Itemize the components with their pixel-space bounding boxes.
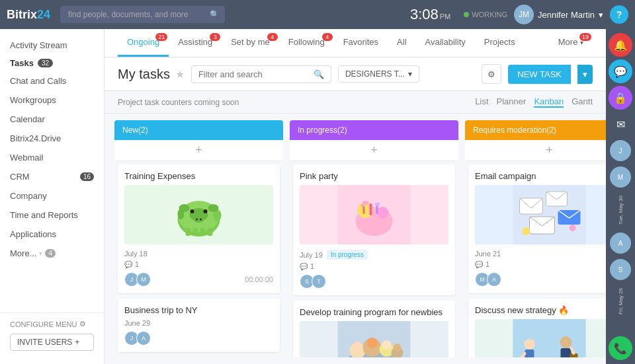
user-avatar-2[interactable]: M xyxy=(609,165,632,189)
email-icon[interactable]: ✉ xyxy=(609,112,632,136)
avatar: A xyxy=(487,272,501,287)
tab-set-by-me[interactable]: Set by me 4 xyxy=(222,29,279,57)
layout: Activity Stream Tasks 32 Chat and Calls … xyxy=(0,29,635,364)
col-header-requires: Requires moderation(2) xyxy=(465,120,606,140)
svg-point-19 xyxy=(377,207,389,219)
sidebar-item-activity[interactable]: Activity Stream xyxy=(0,36,104,55)
card-image-party xyxy=(300,185,448,244)
favorite-star[interactable]: ★ xyxy=(175,68,185,81)
svg-rect-11 xyxy=(208,228,213,236)
new-task-dropdown[interactable]: ▾ xyxy=(577,65,593,84)
settings-button[interactable]: ⚙ xyxy=(482,64,501,84)
sidebar-item-crm[interactable]: CRM 16 xyxy=(0,167,104,186)
help-button[interactable]: ? xyxy=(610,5,628,24)
card-image-pig xyxy=(124,185,273,244)
search-input[interactable] xyxy=(60,6,225,23)
lock-icon[interactable]: 🔒 xyxy=(609,86,632,110)
sidebar-item-calendar[interactable]: Calendar xyxy=(0,110,104,129)
tab-all[interactable]: All xyxy=(388,29,415,57)
svg-rect-8 xyxy=(186,228,191,236)
tab-following[interactable]: Following 4 xyxy=(279,29,334,57)
add-card-in-progress[interactable]: + xyxy=(290,140,458,161)
sidebar-item-workgroups[interactable]: Workgroups xyxy=(0,91,104,110)
col-header-new: New(2) xyxy=(114,120,283,140)
view-list[interactable]: List xyxy=(475,96,488,108)
tabs-bar: Ongoing 21 Assisting 3 Set by me 4 Follo… xyxy=(105,29,606,57)
tab-favorites[interactable]: Favorites xyxy=(334,29,388,57)
avatar: A xyxy=(136,331,151,346)
col-header-in-progress: In progress(2) xyxy=(290,120,458,140)
view-gantt[interactable]: Gantt xyxy=(572,96,593,108)
user-avatar-3[interactable]: A xyxy=(609,231,632,255)
main-content: Ongoing 21 Assisting 3 Set by me 4 Follo… xyxy=(105,29,606,364)
svg-rect-9 xyxy=(193,228,198,236)
sidebar-item-more[interactable]: More... ▾ 4 xyxy=(0,244,104,263)
card-image-discuss xyxy=(475,319,606,357)
tab-more[interactable]: More ▾ 19 xyxy=(549,29,593,57)
filter-input[interactable] xyxy=(198,69,310,79)
card-training-program: Develop training program for newbies xyxy=(293,301,455,357)
new-task-button[interactable]: NEW TASK xyxy=(508,65,571,84)
svg-point-4 xyxy=(204,209,208,213)
sidebar-item-company[interactable]: Company xyxy=(0,186,104,205)
group-selector[interactable]: DESIGNERS T... ▾ xyxy=(338,65,419,83)
toolbar: My tasks ★ 🔍 DESIGNERS T... ▾ ⚙ NEW TASK… xyxy=(105,57,606,91)
tab-projects[interactable]: Projects xyxy=(475,29,525,57)
card-image-training xyxy=(300,321,448,357)
svg-point-3 xyxy=(190,209,194,213)
search-bar: 🔍 xyxy=(60,6,225,23)
svg-point-24 xyxy=(375,203,380,206)
svg-point-34 xyxy=(367,338,378,348)
card-footer: J A xyxy=(124,331,273,346)
svg-point-25 xyxy=(361,204,365,207)
sidebar-item-tasks[interactable]: Tasks 32 xyxy=(0,55,104,71)
kanban-col-new: New(2) + Training Expenses xyxy=(114,120,283,357)
svg-rect-48 xyxy=(525,349,534,357)
status-dot xyxy=(464,12,469,17)
tab-assisting[interactable]: Assisting 3 xyxy=(169,29,222,57)
col-cards-new: Training Expenses xyxy=(114,161,283,357)
kanban-board: New(2) + Training Expenses xyxy=(105,114,606,364)
add-card-requires[interactable]: + xyxy=(465,140,606,161)
configure-menu[interactable]: CONFIGURE MENU ⚙ xyxy=(10,320,94,328)
tab-ongoing[interactable]: Ongoing 21 xyxy=(118,29,169,57)
user-menu[interactable]: JM Jennifer Martin ▾ xyxy=(514,5,603,24)
col-cards-requires: Email campaign xyxy=(465,161,606,357)
sidebar-bottom: CONFIGURE MENU ⚙ INVITE USERS + xyxy=(0,312,104,357)
notifications-icon[interactable]: 🔔 xyxy=(609,33,632,57)
sidebar-item-chat[interactable]: Chat and Calls xyxy=(0,71,104,91)
chat-icon[interactable]: 💬 xyxy=(609,59,632,83)
svg-point-15 xyxy=(208,204,219,212)
date-label-2: Fri, May 26 xyxy=(618,287,624,316)
svg-point-14 xyxy=(179,204,190,212)
svg-rect-22 xyxy=(363,206,365,214)
phone-icon[interactable]: 📞 xyxy=(609,336,632,360)
add-card-new[interactable]: + xyxy=(114,140,283,161)
tab-availability[interactable]: Availability xyxy=(416,29,475,57)
sidebar: Activity Stream Tasks 32 Chat and Calls … xyxy=(0,29,105,364)
sidebar-item-webmail[interactable]: Webmail xyxy=(0,148,104,167)
user-avatar-1[interactable]: J xyxy=(609,139,632,163)
card-business-trip: Business trip to NY June 29 J A xyxy=(118,299,280,352)
svg-point-5 xyxy=(194,216,204,223)
svg-point-47 xyxy=(525,339,535,349)
view-planner[interactable]: Planner xyxy=(497,96,527,108)
avatar: JM xyxy=(514,5,534,24)
svg-point-7 xyxy=(200,219,202,221)
svg-point-50 xyxy=(560,336,572,348)
card-training-expenses: Training Expenses xyxy=(118,164,280,293)
search-icon: 🔍 xyxy=(210,10,220,19)
sidebar-item-reports[interactable]: Time and Reports xyxy=(0,205,104,225)
invite-users-button[interactable]: INVITE USERS + xyxy=(10,334,94,351)
view-kanban[interactable]: Kanban xyxy=(534,96,564,108)
sidebar-item-drive[interactable]: Bitrix24.Drive xyxy=(0,129,104,148)
sidebar-item-applications[interactable]: Applications xyxy=(0,225,104,244)
clock: 3:08PM xyxy=(410,6,450,23)
card-pink-party: Pink party xyxy=(293,164,455,295)
logo: Bitrix24 xyxy=(7,8,50,22)
svg-point-42 xyxy=(523,227,530,235)
svg-point-33 xyxy=(353,342,362,351)
card-image-email xyxy=(475,185,606,244)
user-avatar-4[interactable]: S xyxy=(609,258,632,281)
svg-rect-21 xyxy=(376,205,378,214)
